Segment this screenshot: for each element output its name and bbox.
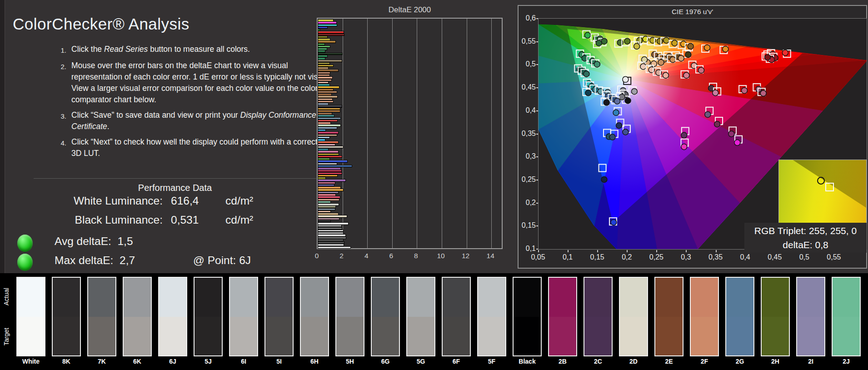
swatch-actual [159,278,186,317]
cie-y-tick-mark [536,134,538,135]
cie-x-tick-label: 0,35 [704,253,728,261]
measured-circle-marker [688,43,693,49]
comparator-swatch-6I[interactable] [229,277,258,356]
comparator-swatch-2B[interactable] [548,277,577,356]
measured-circle-marker [683,72,689,78]
cie-x-tick-mark [597,250,598,252]
deltae-chart-title: DeltaE 2000 [317,5,503,15]
swatch-target [53,317,80,356]
swatch-label: 5F [477,358,506,365]
measured-circle-marker [663,37,669,43]
measured-circle-marker [681,144,687,150]
cie-tooltip: RGB Triplet: 255, 255, 0 deltaE: 0,8 [744,223,867,253]
swatch-actual [478,278,505,317]
swatch-label: 6K [123,358,152,365]
measured-circle-marker [604,100,609,105]
inset-gamut-shade [779,160,866,225]
measured-circle-marker [616,123,622,129]
measured-circle-marker [596,40,602,46]
measured-circle-marker [640,64,646,70]
measured-circle-marker [613,110,619,115]
instruction-number: 2. [57,60,66,105]
comparator-swatch-5H[interactable] [335,277,364,356]
deltae-x-tick-label: 12 [459,252,473,260]
comparator-swatch-2D[interactable] [619,277,648,356]
deltae-x-tick-label: 0 [310,252,324,260]
swatch-target [195,317,222,356]
page-title: ColorChecker® Analysis [13,15,190,33]
cie-chart-title: CIE 1976 u'v' [519,8,866,16]
gridline [367,19,368,248]
cie-x-tick-mark [568,250,569,252]
color-error-inset [778,160,867,225]
comparator-swatch-2C[interactable] [584,277,613,356]
comparator-swatch-2G[interactable] [725,277,754,356]
comparator-swatch-5F[interactable] [477,277,506,356]
measured-circle-marker [614,98,620,104]
comparator-swatch-6J[interactable] [158,277,187,356]
cie-x-tick-label: 0,05 [526,253,550,261]
at-point-value: 6J [239,254,251,266]
comparator-swatch-8K[interactable] [52,277,81,356]
measured-circle-marker [713,90,718,96]
comparator-swatch-Black[interactable] [513,277,542,356]
swatch-target [230,317,257,356]
comparator-swatch-6G[interactable] [371,277,400,356]
performance-heading: Performance Data [34,183,316,193]
measured-circle-marker [584,71,589,77]
swatch-actual [549,278,576,317]
cie-y-tick-label: 0,55 [519,37,536,45]
comparator-swatch-2F[interactable] [690,277,719,356]
comparator-swatch-5I[interactable] [264,277,294,356]
cie-y-tick-label: 0,1 [519,245,536,253]
measured-circle-marker [782,50,788,56]
swatch-label: Black [513,358,542,365]
max-deltae-row: Max deltaE: 2,7 [55,254,135,267]
comparator-swatch-5J[interactable] [194,277,223,356]
comparator-swatch-6H[interactable] [300,277,329,356]
comparator-swatch-2E[interactable] [654,277,683,356]
cie-x-tick-label: 0,55 [822,253,846,261]
swatch-target [762,317,789,356]
deltae-bar[interactable] [318,246,351,249]
black-luminance-row: Black Luminance: 0,531 cd/m² [0,214,253,226]
comparator-swatch-6K[interactable] [123,277,152,356]
cie-y-tick-label: 0,45 [519,83,536,91]
cie-y-tick-label: 0,35 [519,130,536,138]
comparator-swatch-2H[interactable] [761,277,790,356]
cie-y-tick-mark [536,41,538,42]
swatch-target [17,317,45,356]
measured-circle-marker [678,55,684,61]
swatch-target [549,317,576,356]
actual-axis-label: Actual [3,277,13,317]
max-deltae-label: Max deltaE: [55,254,113,266]
gridline [491,19,492,248]
measured-circle-marker [609,134,615,140]
swatch-target [620,317,647,356]
comparator-swatch-5G[interactable] [406,277,435,356]
comparator-swatch-6F[interactable] [442,277,471,356]
cie-y-tick-label: 0,15 [519,221,536,230]
swatch-actual [691,278,718,317]
cie-x-tick-label: 0,4 [733,253,757,261]
swatch-target [833,317,860,356]
section-divider [34,178,316,179]
swatch-label: 2E [654,358,683,365]
cie-y-tick-label: 0,6 [519,14,536,22]
swatch-target [124,317,151,356]
swatch-label: 2G [725,358,754,365]
swatch-label: 2J [832,358,861,365]
swatch-actual [407,278,434,317]
swatch-actual [514,278,541,317]
black-luminance-value: 0,531 [163,214,225,226]
comparator-swatch-2I[interactable] [796,277,825,356]
instruction-item-2: 2.Mouse over the error bars on the delta… [57,60,336,105]
comparator-swatch-2J[interactable] [832,277,861,356]
swatch-actual [797,278,824,317]
comparator-swatch-7K[interactable] [87,277,116,356]
deltae-chart-plot[interactable] [317,18,503,249]
swatch-label: 2B [548,358,577,365]
comparator-swatch-White[interactable] [16,277,45,356]
swatch-actual [372,278,399,317]
instruction-number: 3. [57,110,66,132]
